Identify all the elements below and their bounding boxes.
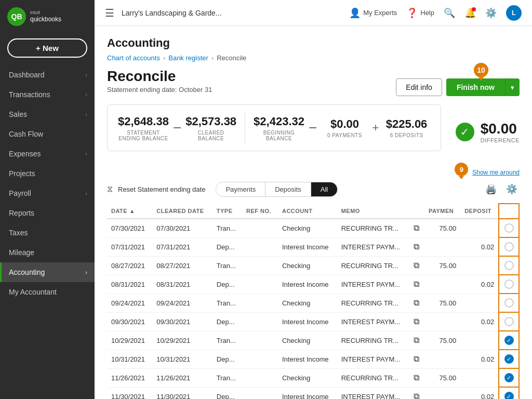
settings-icon[interactable]: ⚙️: [485, 7, 497, 19]
row-checkbox[interactable]: [504, 298, 514, 308]
breadcrumb-separator: ›: [211, 54, 214, 62]
logo: QB intuit quickbooks: [0, 0, 95, 33]
search-icon[interactable]: 🔍: [444, 7, 455, 19]
row-checkbox[interactable]: [504, 317, 514, 326]
row-checkbox-checked[interactable]: ✓: [504, 336, 514, 345]
statement-ending-amount: $2,648.38: [118, 115, 169, 128]
help-button[interactable]: ❓ Help: [406, 7, 434, 19]
sidebar-item-dashboard[interactable]: Dashboard ›: [0, 65, 95, 85]
col-payment: PAYMEN: [424, 204, 460, 219]
cell-copy[interactable]: ⧉: [409, 350, 424, 368]
row-checkbox[interactable]: [504, 223, 514, 233]
cell-checkbox[interactable]: [499, 237, 519, 256]
statement-ending-label: STATEMENT ENDING BALANCE: [118, 130, 169, 141]
col-date[interactable]: DATE ▲: [107, 204, 152, 219]
filter-tab-payments[interactable]: Payments: [216, 182, 265, 196]
breadcrumb-current: Reconcile: [217, 54, 246, 62]
cell-date: 10/31/2021: [107, 350, 152, 368]
cell-copy[interactable]: ⧉: [409, 331, 424, 350]
filter-tab-deposits[interactable]: Deposits: [265, 182, 311, 196]
cell-copy[interactable]: ⧉: [409, 237, 424, 256]
cell-copy[interactable]: ⧉: [409, 368, 424, 387]
cell-account: Checking: [278, 219, 337, 237]
payments-label: 0 PAYMENTS: [327, 132, 362, 138]
cell-ref: [242, 294, 278, 312]
sidebar-item-accounting[interactable]: Accounting ›: [0, 262, 95, 282]
notification-dot: [472, 7, 476, 11]
cell-copy[interactable]: ⧉: [409, 387, 424, 399]
sidebar-item-payroll[interactable]: Payroll ›: [0, 183, 95, 203]
finish-now-button[interactable]: Finish now: [446, 78, 505, 96]
sidebar-item-myaccountant[interactable]: My Accountant: [0, 282, 95, 302]
row-checkbox-checked[interactable]: ✓: [504, 373, 514, 382]
cell-checkbox[interactable]: [499, 312, 519, 331]
table-header-row: DATE ▲ CLEARED DATE TYPE REF NO. ACCOUNT…: [107, 204, 519, 219]
settings-table-icon[interactable]: ⚙️: [504, 181, 520, 197]
cell-cleared: 10/31/2021: [152, 350, 212, 368]
cell-copy[interactable]: ⧉: [409, 312, 424, 331]
cell-checkbox[interactable]: ✓: [499, 331, 519, 350]
my-experts-icon: 👤: [349, 7, 361, 19]
sidebar-item-transactions[interactable]: Transactions ›: [0, 85, 95, 104]
row-checkbox[interactable]: [504, 280, 514, 289]
cell-checkbox[interactable]: ✓: [499, 387, 519, 399]
finish-now-group: Finish now ▾: [446, 78, 520, 96]
cell-account: Interest Income: [278, 387, 337, 399]
balance-row: $2,648.38 STATEMENT ENDING BALANCE − $2,…: [107, 104, 520, 159]
row-checkbox[interactable]: [504, 261, 514, 270]
cell-checkbox[interactable]: [499, 219, 519, 237]
edit-info-button[interactable]: Edit info: [396, 78, 442, 96]
difference-check-icon: ✓: [456, 123, 474, 141]
cell-checkbox[interactable]: [499, 275, 519, 294]
sidebar-item-expenses[interactable]: Expenses ›: [0, 144, 95, 164]
cell-cleared: 10/29/2021: [152, 331, 212, 350]
sidebar-item-mileage[interactable]: Mileage: [0, 243, 95, 262]
cell-copy[interactable]: ⧉: [409, 275, 424, 294]
cell-checkbox[interactable]: [499, 256, 519, 275]
breadcrumb-bank-register[interactable]: Bank register: [168, 54, 208, 62]
col-ref: REF NO.: [242, 204, 278, 219]
my-experts-button[interactable]: 👤 My Experts: [349, 7, 397, 19]
cell-date: 09/30/2021: [107, 312, 152, 331]
table-row: 08/27/2021 08/27/2021 Tran... Checking R…: [107, 256, 519, 275]
breadcrumb: Chart of accounts › Bank register › Reco…: [107, 54, 520, 62]
table-row: 07/30/2021 07/30/2021 Tran... Checking R…: [107, 219, 519, 237]
cell-type: Tran...: [212, 368, 242, 387]
print-icon[interactable]: 🖨️: [483, 181, 499, 197]
new-button[interactable]: + New: [7, 38, 87, 58]
cell-checkbox[interactable]: ✓: [499, 350, 519, 368]
row-checkbox-checked[interactable]: ✓: [504, 392, 514, 399]
sidebar-item-taxes[interactable]: Taxes: [0, 223, 95, 243]
balance-divider: [245, 112, 245, 143]
reset-statement-label[interactable]: Reset Statement ending date: [118, 185, 205, 193]
row-checkbox[interactable]: [504, 242, 514, 251]
cell-cleared: 08/31/2021: [152, 275, 212, 294]
cell-copy[interactable]: ⧉: [409, 294, 424, 312]
notifications-icon[interactable]: 🔔: [464, 7, 476, 19]
sidebar-item-sales[interactable]: Sales ›: [0, 104, 95, 124]
row-checkbox-checked[interactable]: ✓: [504, 354, 514, 364]
reconcile-actions: 10 Edit info Finish now ▾: [396, 68, 520, 96]
filter-tabs: Payments Deposits All: [216, 182, 338, 197]
cell-account: Checking: [278, 368, 337, 387]
sidebar-item-projects[interactable]: Projects: [0, 164, 95, 183]
filter-tab-all[interactable]: All: [311, 182, 337, 196]
cell-copy[interactable]: ⧉: [409, 219, 424, 237]
col-checkbox: [499, 204, 519, 219]
show-me-around-link[interactable]: Show me around: [472, 169, 520, 176]
user-avatar[interactable]: L: [506, 5, 522, 21]
cell-deposit: [460, 294, 499, 312]
cleared-balance-amount: $2,573.38: [185, 115, 236, 128]
col-type: TYPE: [212, 204, 242, 219]
cell-checkbox[interactable]: [499, 294, 519, 312]
sidebar-item-reports[interactable]: Reports: [0, 203, 95, 223]
filter-icon[interactable]: ⧖: [107, 184, 113, 194]
cell-checkbox[interactable]: ✓: [499, 368, 519, 387]
sidebar-item-cashflow[interactable]: Cash Flow: [0, 124, 95, 144]
breadcrumb-chart-of-accounts[interactable]: Chart of accounts: [107, 54, 160, 62]
cell-copy[interactable]: ⧉: [409, 256, 424, 275]
svg-text:QB: QB: [11, 12, 22, 21]
menu-icon[interactable]: ☰: [105, 7, 114, 19]
page-title: Accounting: [107, 36, 520, 50]
finish-now-dropdown-button[interactable]: ▾: [505, 78, 520, 96]
